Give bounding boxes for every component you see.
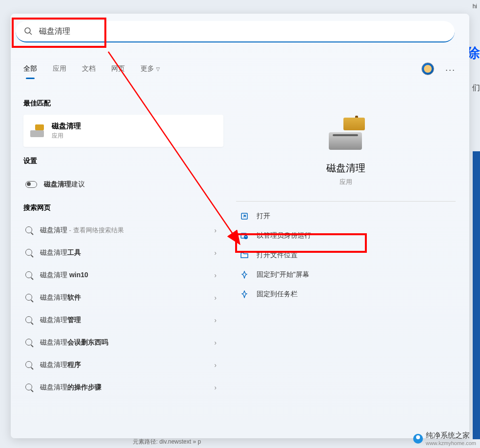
web-result-label: 磁盘清理软件 [40, 293, 81, 302]
svg-point-0 [25, 28, 30, 33]
search-icon [25, 294, 33, 302]
web-result-item[interactable]: 磁盘清理程序 › [23, 354, 223, 376]
action-pin-to-taskbar-label: 固定到任务栏 [257, 290, 298, 299]
background-bottom-text: 元素路径: div.newstext » p [133, 438, 201, 446]
tab-more[interactable]: 更多 ▽ [140, 64, 160, 76]
web-result-item[interactable]: 磁盘清理工具 › [23, 242, 223, 264]
watermark-url: www.kzmyhome.com [426, 440, 476, 446]
tab-documents[interactable]: 文档 [82, 64, 96, 76]
avatar-inner [424, 65, 432, 73]
open-icon [240, 212, 249, 221]
chevron-right-icon: › [214, 361, 217, 369]
chevron-right-icon: › [214, 316, 217, 324]
toggle-icon [25, 181, 37, 188]
search-icon [25, 316, 33, 324]
search-icon [25, 361, 33, 369]
settings-heading: 设置 [23, 157, 223, 165]
more-options-icon[interactable]: ··· [445, 65, 456, 75]
detail-subtitle: 应用 [236, 178, 456, 186]
results-detail-panel: 磁盘清理 应用 打开 以管理员身份运行 打开文件位置 [236, 99, 456, 304]
watermark: 纯净系统之家 www.kzmyhome.com [413, 431, 476, 446]
web-result-label: 磁盘清理 - 查看网络搜索结果 [40, 226, 124, 235]
search-bar[interactable] [16, 21, 455, 42]
svg-point-5 [244, 235, 248, 239]
chevron-right-icon: › [214, 226, 217, 234]
best-match-subtitle: 应用 [52, 132, 81, 140]
disk-cleanup-icon-large [327, 118, 365, 150]
search-icon [23, 26, 33, 36]
tab-more-label: 更多 [140, 64, 154, 73]
windows-search-panel: 全部 应用 文档 网页 更多 ▽ ··· 最佳匹配 磁盘清理 应用 设置 [11, 14, 469, 438]
chevron-right-icon: › [214, 384, 217, 391]
web-result-item[interactable]: 磁盘清理的操作步骤 › [23, 376, 223, 399]
detail-title: 磁盘清理 [236, 162, 456, 175]
results-left-panel: 最佳匹配 磁盘清理 应用 设置 磁盘清理建议 搜索网页 [23, 99, 223, 399]
web-result-item[interactable]: 磁盘清理软件 › [23, 286, 223, 309]
action-pin-to-taskbar[interactable]: 固定到任务栏 [236, 285, 456, 304]
search-icon [25, 226, 33, 234]
best-match-result[interactable]: 磁盘清理 应用 [23, 115, 223, 147]
action-open-file-location-label: 打开文件位置 [257, 251, 298, 260]
best-match-heading: 最佳匹配 [23, 99, 223, 108]
search-web-heading: 搜索网页 [23, 204, 223, 212]
background-fragment-text: hi [473, 3, 477, 10]
account-avatar[interactable] [421, 62, 434, 75]
chevron-right-icon: › [214, 271, 217, 279]
search-icon [25, 271, 33, 279]
web-result-label: 磁盘清理的操作步骤 [40, 383, 101, 392]
web-result-label: 磁盘清理程序 [40, 361, 81, 369]
watermark-icon [413, 434, 423, 444]
tab-web[interactable]: 网页 [111, 64, 125, 76]
background-stripe [473, 151, 480, 439]
chevron-right-icon: › [214, 294, 217, 302]
watermark-name: 纯净系统之家 [426, 431, 476, 440]
setting-label: 磁盘清理建议 [44, 180, 85, 189]
chevron-down-icon: ▽ [156, 66, 160, 72]
action-open-label: 打开 [257, 212, 270, 221]
web-result-item[interactable]: 磁盘清理会误删东西吗 › [23, 331, 223, 354]
search-input[interactable] [39, 27, 447, 36]
search-tabs: 全部 应用 文档 网页 更多 ▽ [23, 64, 160, 76]
chevron-right-icon: › [214, 249, 217, 257]
web-result-label: 磁盘清理 win10 [40, 271, 88, 280]
action-pin-to-start[interactable]: 固定到"开始"屏幕 [236, 265, 456, 285]
web-result-label: 磁盘清理管理 [40, 316, 81, 325]
folder-icon [240, 251, 249, 260]
pin-icon [240, 290, 249, 299]
svg-line-1 [30, 33, 32, 35]
tab-all[interactable]: 全部 [23, 64, 37, 76]
search-icon [25, 384, 33, 391]
search-icon [25, 249, 33, 257]
web-result-item[interactable]: 磁盘清理 - 查看网络搜索结果 › [23, 219, 223, 242]
best-match-text: 磁盘清理 应用 [52, 122, 81, 140]
divider [236, 201, 456, 202]
action-open[interactable]: 打开 [236, 206, 456, 226]
action-run-as-admin-label: 以管理员身份运行 [257, 231, 311, 240]
action-pin-to-start-label: 固定到"开始"屏幕 [257, 270, 309, 279]
best-match-title: 磁盘清理 [52, 122, 81, 131]
web-result-item[interactable]: 磁盘清理管理 › [23, 309, 223, 331]
web-result-item[interactable]: 磁盘清理 win10 › [23, 264, 223, 286]
action-run-as-admin[interactable]: 以管理员身份运行 [236, 226, 456, 245]
admin-icon [240, 231, 249, 240]
background-text-fragment: 们 [472, 83, 480, 93]
tab-apps[interactable]: 应用 [53, 64, 66, 76]
disk-cleanup-icon [30, 124, 45, 137]
action-open-file-location[interactable]: 打开文件位置 [236, 245, 456, 265]
web-result-label: 磁盘清理工具 [40, 248, 81, 257]
web-result-label: 磁盘清理会误删东西吗 [40, 338, 108, 347]
setting-item-disk-suggestion[interactable]: 磁盘清理建议 [23, 173, 223, 196]
chevron-right-icon: › [214, 339, 217, 346]
search-icon [25, 339, 33, 346]
pin-icon [240, 270, 249, 279]
detail-icon-container [236, 118, 456, 150]
